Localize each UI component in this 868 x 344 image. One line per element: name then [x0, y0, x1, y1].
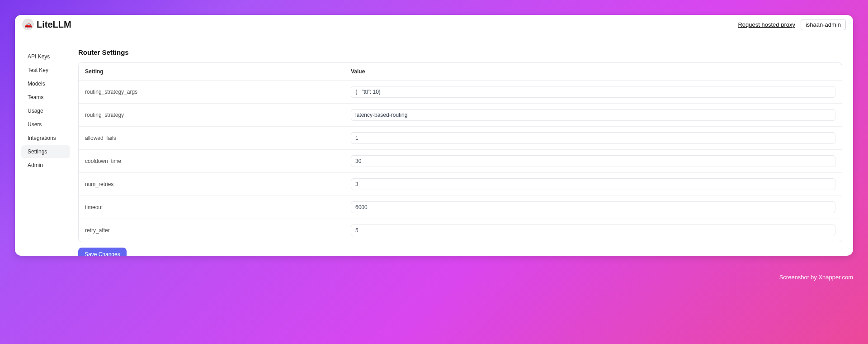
setting-input-retry_after[interactable]: [351, 225, 835, 236]
column-header-value: Value: [351, 68, 835, 75]
setting-key: retry_after: [85, 227, 351, 234]
topbar-right: Request hosted proxy ishaan-admin: [738, 19, 846, 30]
sidebar-item-settings[interactable]: Settings: [21, 145, 70, 158]
sidebar-item-test-key[interactable]: Test Key: [21, 64, 70, 76]
setting-row-cooldown_time: cooldown_time: [79, 150, 842, 173]
setting-value-cell: [351, 86, 835, 98]
setting-input-num_retries[interactable]: [351, 178, 835, 190]
setting-value-cell: [351, 132, 835, 144]
setting-value-cell: [351, 178, 835, 190]
request-hosted-proxy-link[interactable]: Request hosted proxy: [738, 21, 795, 28]
setting-row-retry_after: retry_after: [79, 219, 842, 242]
main-content: Router Settings Setting Value routing_st…: [70, 30, 853, 256]
brand-logo: 🚗 LiteLLM: [22, 19, 71, 30]
sidebar-item-usage[interactable]: Usage: [21, 105, 70, 117]
save-changes-button[interactable]: Save Changes: [78, 248, 127, 256]
setting-row-routing_strategy: routing_strategy: [79, 104, 842, 127]
setting-value-cell: [351, 155, 835, 167]
sidebar: API KeysTest KeyModelsTeamsUsageUsersInt…: [21, 30, 70, 256]
setting-input-cooldown_time[interactable]: [351, 155, 835, 167]
setting-row-routing_strategy_args: routing_strategy_args: [79, 81, 842, 104]
setting-row-timeout: timeout: [79, 196, 842, 219]
sidebar-item-teams[interactable]: Teams: [21, 91, 70, 104]
setting-value-cell: [351, 225, 835, 236]
sidebar-item-models[interactable]: Models: [21, 77, 70, 90]
sidebar-item-integrations[interactable]: Integrations: [21, 132, 70, 144]
setting-key: routing_strategy_args: [85, 89, 351, 95]
setting-input-allowed_fails[interactable]: [351, 132, 835, 144]
setting-key: allowed_fails: [85, 135, 351, 141]
setting-row-num_retries: num_retries: [79, 173, 842, 196]
sidebar-item-admin[interactable]: Admin: [21, 159, 70, 172]
page-title: Router Settings: [78, 48, 842, 56]
setting-value-cell: [351, 109, 835, 121]
column-header-setting: Setting: [85, 68, 351, 75]
setting-row-allowed_fails: allowed_fails: [79, 127, 842, 150]
sidebar-item-users[interactable]: Users: [21, 118, 70, 131]
table-header: Setting Value: [79, 63, 842, 81]
user-menu[interactable]: ishaan-admin: [801, 19, 846, 30]
setting-key: cooldown_time: [85, 158, 351, 164]
app-window: 🚗 LiteLLM Request hosted proxy ishaan-ad…: [15, 15, 853, 256]
setting-value-cell: [351, 201, 835, 213]
setting-key: num_retries: [85, 181, 351, 187]
sidebar-item-api-keys[interactable]: API Keys: [21, 50, 70, 63]
settings-table: Setting Value routing_strategy_argsrouti…: [78, 62, 842, 242]
topbar: 🚗 LiteLLM Request hosted proxy ishaan-ad…: [15, 15, 853, 30]
brand-name: LiteLLM: [37, 19, 71, 30]
setting-key: routing_strategy: [85, 112, 351, 118]
setting-input-routing_strategy[interactable]: [351, 109, 835, 121]
app-body: API KeysTest KeyModelsTeamsUsageUsersInt…: [15, 30, 853, 256]
screenshot-watermark: Screenshot by Xnapper.com: [779, 274, 853, 281]
brand-icon: 🚗: [22, 19, 34, 30]
setting-key: timeout: [85, 204, 351, 210]
setting-input-routing_strategy_args[interactable]: [351, 86, 835, 98]
setting-input-timeout[interactable]: [351, 201, 835, 213]
